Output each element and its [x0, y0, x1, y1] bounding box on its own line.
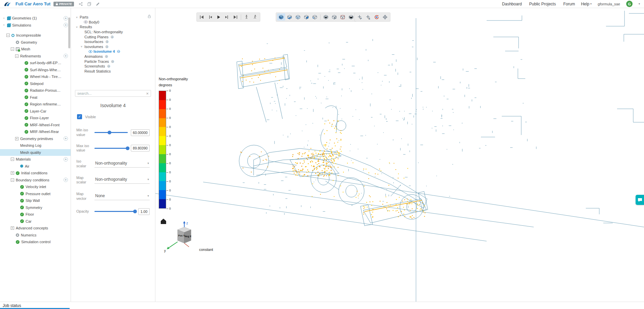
center-rotation-icon[interactable]: [381, 13, 389, 20]
visibility-eye-icon[interactable]: [88, 50, 92, 53]
cube-light-icon[interactable]: [294, 13, 302, 20]
cube-grid-icon[interactable]: [347, 13, 355, 20]
help-menu[interactable]: Help▾: [581, 2, 592, 6]
nav-public-projects[interactable]: Public Projects: [529, 2, 556, 6]
max-iso-value-value[interactable]: 89.80390: [131, 145, 150, 151]
cube-mesh-icon[interactable]: [322, 13, 330, 20]
tree-item-meshing-log[interactable]: Meshing Log: [0, 142, 71, 149]
lock-icon[interactable]: [148, 13, 151, 19]
map-vector-select[interactable]: None▾: [94, 193, 150, 200]
nav-dashboard[interactable]: Dashboard: [502, 2, 522, 6]
tree-item-advanced-concepts[interactable]: +Advanced concepts: [0, 225, 71, 232]
expander-icon[interactable]: −: [15, 54, 18, 58]
add-icon[interactable]: ⊕: [105, 39, 109, 44]
tree-item-geometries-1[interactable]: >Geometries (1)+: [0, 15, 71, 22]
tree-item-car[interactable]: ✓Car: [0, 218, 71, 225]
frame-back-icon[interactable]: [206, 13, 214, 20]
post-tree-item-results[interactable]: >Results: [75, 25, 152, 30]
add-icon[interactable]: ⊕: [111, 35, 114, 39]
expander-icon[interactable]: >: [2, 16, 5, 20]
expander-icon[interactable]: >: [2, 24, 5, 27]
add-button[interactable]: +: [64, 157, 68, 162]
expander-icon[interactable]: −: [11, 47, 14, 51]
remove-icon[interactable]: ⊖: [117, 49, 120, 54]
expander-icon[interactable]: +: [15, 137, 18, 140]
edit-icon[interactable]: [96, 2, 100, 6]
expander-icon[interactable]: −: [11, 158, 14, 161]
nav-forum[interactable]: Forum: [563, 2, 575, 6]
skip-start-icon[interactable]: [198, 13, 206, 20]
copy-icon[interactable]: [87, 2, 91, 6]
slider-thumb[interactable]: [108, 131, 111, 134]
post-tree-item-isovolumes[interactable]: >Isovolumes⊕: [75, 44, 152, 49]
add-button[interactable]: +: [64, 178, 68, 182]
expander-icon[interactable]: +: [11, 226, 14, 230]
cube-front-icon[interactable]: [302, 13, 310, 20]
tree-item-mesh[interactable]: −Mesh: [0, 46, 71, 53]
cube-swoosh-icon[interactable]: [286, 13, 294, 20]
tree-item-simulations[interactable]: >Simulations+: [0, 22, 71, 29]
tree-item-slip-wall[interactable]: ✓Slip Wall: [0, 197, 71, 204]
skip-end-icon[interactable]: [231, 13, 239, 20]
home-icon[interactable]: [161, 219, 166, 224]
add-icon[interactable]: ⊕: [105, 54, 108, 59]
tree-item-mesh-quality[interactable]: Mesh quality: [0, 149, 71, 156]
post-tree-item-particle-traces[interactable]: Particle Traces⊕: [75, 59, 152, 64]
app-logo-icon[interactable]: [4, 1, 12, 7]
add-button[interactable]: +: [64, 16, 68, 20]
avatar[interactable]: G: [626, 1, 633, 7]
viewport-3d[interactable]: PE Non-orthogonality degrees 00000000000…: [155, 8, 644, 302]
cube-face-mesh-icon[interactable]: [330, 13, 338, 20]
slider-thumb[interactable]: [126, 146, 129, 150]
rotate-lock-icon[interactable]: [373, 13, 381, 20]
expander-icon[interactable]: >: [75, 25, 78, 29]
clear-search-icon[interactable]: ×: [146, 91, 149, 96]
visibility-eye-icon[interactable]: [84, 20, 88, 24]
post-tree-item-result-statistics[interactable]: Result Statistics: [75, 69, 152, 74]
tree-item-initial-conditions[interactable]: +✓Initial conditions: [0, 170, 71, 177]
username[interactable]: gformula_sae: [598, 2, 620, 6]
add-icon[interactable]: ⊕: [107, 64, 110, 69]
post-tree-item-cutting-planes[interactable]: Cutting Planes⊕: [75, 34, 152, 39]
share-icon[interactable]: [79, 2, 83, 6]
opacity-value[interactable]: 1.00: [138, 208, 150, 215]
add-button[interactable]: +: [64, 136, 68, 141]
tree-item-region-refinement-7[interactable]: ✓Region refinement 7: [0, 101, 71, 108]
tree-item-geometry-primitives[interactable]: +Geometry primitives+: [0, 135, 71, 142]
tree-item-mrf-wheel-rear[interactable]: ✓MRF-Wheel-Rear: [0, 128, 71, 135]
tree-item-refinements[interactable]: −Refinements+: [0, 53, 71, 60]
frame-forward-icon[interactable]: [223, 13, 231, 20]
tree-item-boundary-conditions[interactable]: −Boundary conditions+: [0, 177, 71, 184]
tree-item-mrf-wheel-front[interactable]: ✓MRF-Wheel-Front: [0, 122, 71, 129]
max-iso-value-slider[interactable]: [94, 148, 128, 149]
tree-item-pressure-outlet[interactable]: ✓Pressure outlet: [0, 190, 71, 197]
cube-corner-icon[interactable]: [311, 13, 319, 20]
min-iso-value-slider[interactable]: [94, 132, 128, 133]
post-tree-item-scl-non-orthogonality[interactable]: SCL: Non-orthogonality: [75, 30, 152, 35]
add-button[interactable]: +: [64, 23, 68, 27]
tree-item-feat[interactable]: ✓Feat: [0, 94, 71, 101]
expander-icon[interactable]: +: [11, 171, 14, 175]
tree-item-symmetry[interactable]: ✓Symmetry: [0, 204, 71, 211]
post-tree-item-isosurfaces[interactable]: Isosurfaces⊕: [75, 39, 152, 44]
tree-item-floor[interactable]: ✓Floor: [0, 211, 71, 218]
search-input[interactable]: [77, 91, 146, 95]
scrollbar-thumb[interactable]: [68, 17, 70, 48]
tree-item-floor-layer[interactable]: ✓Floor-Layer: [0, 115, 71, 122]
tree-item-incompressible[interactable]: −Incompressible: [0, 32, 71, 39]
cube-blue-icon[interactable]: [277, 13, 285, 20]
expander-icon[interactable]: −: [6, 34, 10, 37]
min-iso-value-value[interactable]: 60.00000: [131, 129, 150, 136]
tree-item-geometry[interactable]: Geometry: [0, 39, 71, 46]
post-tree-item-animations[interactable]: Animations⊕: [75, 54, 152, 59]
tree-item-surf-body-diff-ep[interactable]: ✓surf-body-diff-EP-...: [0, 59, 71, 67]
chat-button[interactable]: [636, 195, 644, 205]
pick-point-icon[interactable]: P: [356, 13, 364, 20]
walk-icon[interactable]: [242, 13, 251, 20]
add-icon[interactable]: ⊕: [105, 44, 109, 49]
expander-icon[interactable]: >: [75, 15, 78, 19]
tree-item-air[interactable]: Air: [0, 163, 71, 170]
post-tree-item-parts[interactable]: >Parts: [75, 15, 152, 20]
add-button[interactable]: +: [64, 54, 68, 58]
tree-item-sidepod[interactable]: ✓Sidepod: [0, 80, 71, 87]
